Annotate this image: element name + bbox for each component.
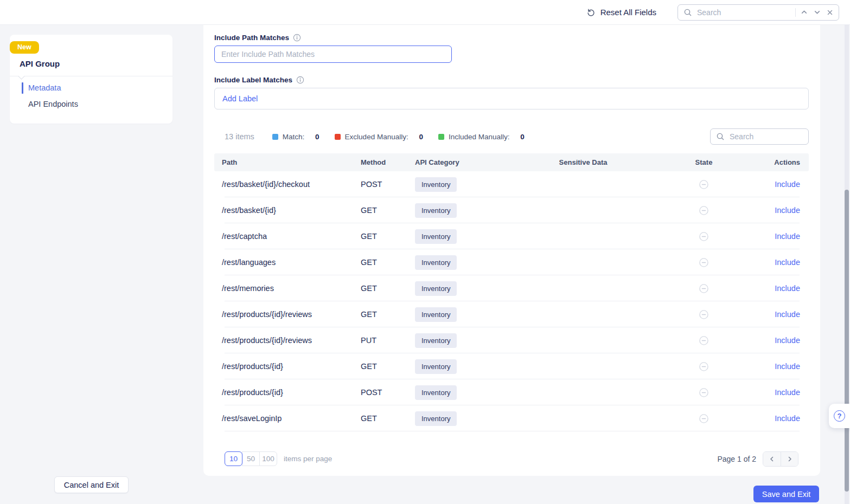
- endpoint-method: POST: [361, 388, 415, 397]
- sidebar-card: New API Group Metadata API Endpoints: [10, 35, 172, 124]
- topbar: Reset All Fields: [0, 0, 850, 25]
- search-close-button[interactable]: [826, 8, 834, 17]
- scrollbar-thumb[interactable]: [845, 190, 849, 492]
- endpoint-method: GET: [361, 206, 415, 215]
- sidebar-item-metadata[interactable]: Metadata: [28, 82, 61, 94]
- column-header-state: State: [673, 158, 735, 166]
- items-per-page-label: items per page: [284, 455, 332, 463]
- include-action-link[interactable]: Include: [775, 336, 800, 345]
- main-panel: Include Path Matches Include Label Match…: [203, 25, 820, 476]
- search-icon: [716, 132, 725, 141]
- next-page-button[interactable]: [781, 452, 798, 466]
- state-neutral-icon: [699, 180, 708, 189]
- include-path-matches-label: Include Path Matches: [214, 34, 289, 42]
- info-icon[interactable]: [293, 34, 301, 42]
- pagination-row: 10 50 100 items per page Page 1 of 2: [214, 451, 809, 466]
- include-action-link[interactable]: Include: [775, 180, 800, 189]
- help-widget[interactable]: ?: [829, 404, 850, 428]
- api-category-chip: Inventory: [415, 203, 457, 218]
- include-action-link[interactable]: Include: [775, 414, 800, 423]
- endpoint-path: /rest/basket/{id}/checkout: [214, 180, 361, 189]
- table-row: /rest/basket/{id} GET Inventory Include: [214, 197, 809, 223]
- include-action-link[interactable]: Include: [775, 362, 800, 371]
- endpoint-method: GET: [361, 284, 415, 293]
- search-icon: [683, 8, 692, 17]
- state-neutral-icon: [699, 362, 708, 371]
- chevron-right-icon: [787, 456, 793, 462]
- table-row: /rest/captcha GET Inventory Include: [214, 223, 809, 249]
- items-count: 13 items: [225, 132, 254, 141]
- sidebar-item-api-endpoints[interactable]: API Endpoints: [28, 99, 78, 110]
- api-category-chip: Inventory: [415, 385, 457, 400]
- column-header-method: Method: [361, 158, 415, 166]
- include-action-link[interactable]: Include: [775, 206, 800, 215]
- question-mark-icon: ?: [834, 410, 845, 422]
- search-previous-button[interactable]: [800, 8, 809, 17]
- column-header-sensitive-data: Sensitive Data: [494, 158, 673, 166]
- include-label-matches-label: Include Label Matches: [214, 76, 292, 84]
- table-row: /rest/memories GET Inventory Include: [214, 275, 809, 301]
- divider-notch: [18, 73, 25, 80]
- info-icon[interactable]: [296, 76, 304, 84]
- table-summary-row: 13 items Match: 0 Excluded Manually: 0 I…: [214, 128, 809, 145]
- table-row: /rest/products/{id}/reviews GET Inventor…: [214, 301, 809, 327]
- endpoint-method: GET: [361, 258, 415, 267]
- api-category-chip: Inventory: [415, 229, 457, 244]
- endpoint-path: /rest/products/{id}: [214, 388, 361, 397]
- reset-all-fields-button[interactable]: Reset All Fields: [583, 7, 660, 17]
- include-action-link[interactable]: Include: [775, 310, 800, 319]
- endpoint-path: /rest/languages: [214, 258, 361, 267]
- endpoint-method: GET: [361, 362, 415, 371]
- include-action-link[interactable]: Include: [775, 232, 800, 241]
- state-neutral-icon: [699, 232, 708, 241]
- include-path-matches-input[interactable]: [214, 46, 452, 63]
- sidebar-divider: [10, 76, 172, 76]
- state-neutral-icon: [699, 206, 708, 215]
- table-row: /rest/basket/{id}/checkout POST Inventor…: [214, 171, 809, 197]
- table-body: /rest/basket/{id}/checkout POST Inventor…: [214, 171, 809, 431]
- topbar-search-box: [678, 4, 839, 21]
- save-and-exit-button[interactable]: Save and Exit: [753, 486, 819, 502]
- add-label-button[interactable]: Add Label: [222, 94, 258, 103]
- search-next-button[interactable]: [813, 8, 822, 17]
- endpoint-method: GET: [361, 310, 415, 319]
- legend-included-manually: Included Manually: 0: [438, 133, 525, 141]
- endpoint-path: /rest/products/{id}: [214, 362, 361, 371]
- reset-all-fields-label: Reset All Fields: [600, 8, 656, 17]
- chevron-left-icon: [769, 456, 775, 462]
- endpoint-path: /rest/basket/{id}: [214, 206, 361, 215]
- table-row: /rest/products/{id} POST Inventory Inclu…: [214, 379, 809, 405]
- previous-page-button[interactable]: [763, 452, 781, 466]
- state-neutral-icon: [699, 414, 708, 423]
- legend-excluded-manually: Excluded Manually: 0: [335, 133, 423, 141]
- table-row: /rest/saveLoginIp GET Inventory Include: [214, 405, 809, 431]
- endpoint-path: /rest/memories: [214, 284, 361, 293]
- endpoint-method: GET: [361, 414, 415, 423]
- column-header-path: Path: [214, 158, 361, 166]
- endpoint-path: /rest/captcha: [214, 232, 361, 241]
- include-action-link[interactable]: Include: [775, 258, 800, 267]
- endpoint-method: POST: [361, 180, 415, 189]
- cancel-and-exit-button[interactable]: Cancel and Exit: [54, 476, 129, 493]
- include-action-link[interactable]: Include: [775, 284, 800, 293]
- chevron-down-icon: [814, 9, 821, 16]
- topbar-search-input[interactable]: [696, 8, 791, 17]
- match-color-swatch: [272, 134, 278, 140]
- table-search-box: [710, 128, 809, 145]
- table-row: /rest/products/{id}/reviews PUT Inventor…: [214, 327, 809, 353]
- page-indicator: Page 1 of 2: [717, 455, 756, 463]
- page-size-10-button[interactable]: 10: [225, 451, 242, 466]
- legend-match: Match: 0: [272, 133, 319, 141]
- active-item-indicator: [22, 82, 23, 94]
- page-size-100-button[interactable]: 100: [259, 451, 277, 466]
- table-row: /rest/languages GET Inventory Include: [214, 249, 809, 275]
- sidebar-title: API Group: [20, 59, 60, 68]
- include-action-link[interactable]: Include: [775, 388, 800, 397]
- state-legend: Match: 0 Excluded Manually: 0 Included M…: [272, 133, 525, 141]
- table-search-input[interactable]: [728, 132, 803, 141]
- api-category-chip: Inventory: [415, 307, 457, 322]
- page-size-50-button[interactable]: 50: [242, 451, 260, 466]
- column-header-api-category: API Category: [415, 158, 494, 166]
- endpoint-path: /rest/products/{id}/reviews: [214, 310, 361, 319]
- table-row: /rest/products/{id} GET Inventory Includ…: [214, 353, 809, 379]
